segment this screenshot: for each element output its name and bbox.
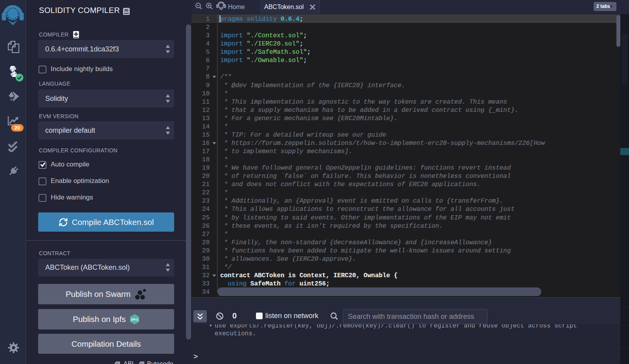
svg-text:IPFS: IPFS	[131, 318, 138, 322]
